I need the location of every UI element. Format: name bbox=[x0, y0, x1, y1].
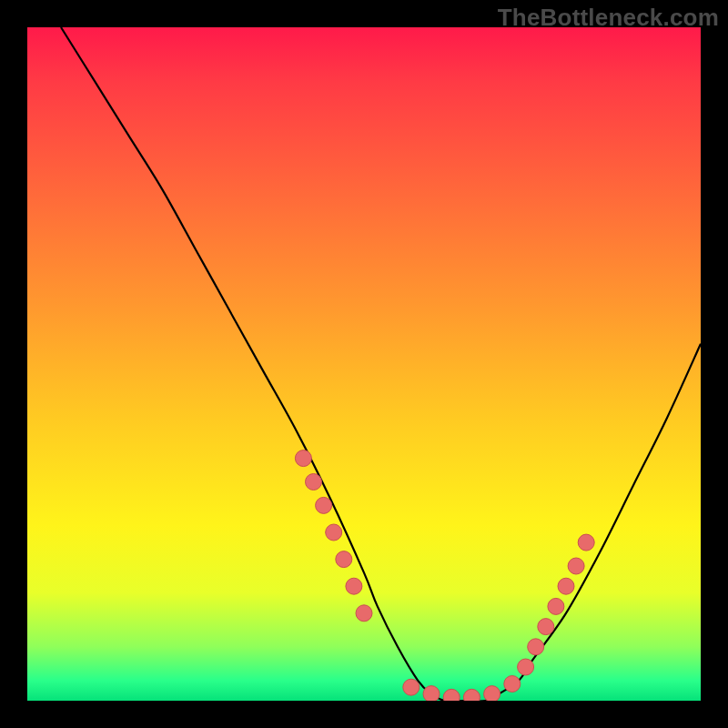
dot bbox=[568, 558, 584, 574]
dot bbox=[558, 578, 574, 594]
dot bbox=[578, 534, 594, 551]
highlight-dots bbox=[295, 450, 594, 701]
dot bbox=[538, 619, 554, 635]
plot-area bbox=[27, 27, 701, 701]
dot bbox=[504, 676, 521, 693]
dot bbox=[336, 551, 352, 568]
dot bbox=[518, 659, 534, 675]
dot bbox=[295, 450, 311, 467]
dot bbox=[356, 605, 372, 622]
dot bbox=[423, 686, 440, 701]
dot bbox=[463, 689, 480, 701]
dot bbox=[443, 689, 460, 701]
dot bbox=[403, 679, 420, 695]
dot bbox=[326, 524, 342, 541]
bottleneck-curve bbox=[61, 27, 701, 701]
chart-frame: TheBottleneck.com bbox=[0, 0, 728, 728]
dot bbox=[528, 639, 544, 655]
dot bbox=[346, 578, 362, 594]
dot bbox=[484, 686, 500, 701]
curve-layer bbox=[27, 27, 701, 701]
dot bbox=[316, 497, 332, 513]
dot bbox=[306, 474, 322, 490]
dot bbox=[548, 598, 564, 614]
